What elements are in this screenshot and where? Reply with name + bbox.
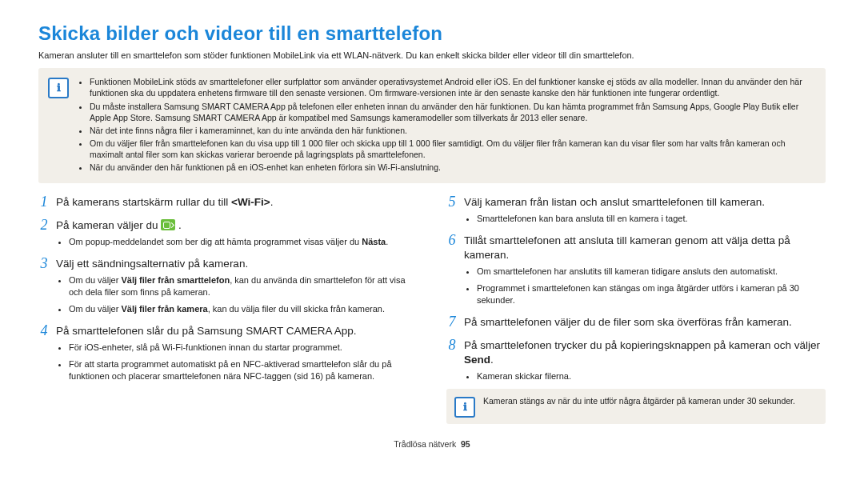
mobilelink-icon <box>161 219 175 230</box>
step-7: 7 På smarttelefonen väljer du de filer s… <box>446 314 826 330</box>
step-number: 7 <box>446 314 458 329</box>
info-icon: ℹ <box>454 397 475 418</box>
step-title: På kameran väljer du . <box>56 218 182 233</box>
step-number: 1 <box>38 194 50 209</box>
step-sub: Kameran skickar filerna. <box>477 370 826 382</box>
footer: Trådlösa nätverk 95 <box>38 438 826 450</box>
step-number: 5 <box>446 194 458 209</box>
step-2: 2 På kameran väljer du . Om popup-meddel… <box>38 218 418 248</box>
left-column: 1 På kamerans startskärm rullar du till … <box>38 194 418 433</box>
notice-box: ℹ Funktionen MobileLink stöds av smartte… <box>38 68 826 182</box>
step-sub: Om popup-meddelandet som ber dig att häm… <box>69 236 418 248</box>
step-number: 6 <box>446 233 458 247</box>
step-sub: Smarttelefonen kan bara ansluta till en … <box>477 213 826 225</box>
step-8: 8 På smarttelefonen trycker du på kopier… <box>446 338 826 424</box>
intro-text: Kameran ansluter till en smarttelefon so… <box>38 50 826 62</box>
step-sub: Programmet i smarttelefonen kan stängas … <box>477 282 826 306</box>
step-title: På smarttelefonen trycker du på kopierin… <box>464 338 826 367</box>
step-3: 3 Välj ett sändningsalternativ på kamera… <box>38 256 418 315</box>
notice-item: Funktionen MobileLink stöds av smarttele… <box>90 76 816 98</box>
step-1: 1 På kamerans startskärm rullar du till … <box>38 194 418 210</box>
step-title: På smarttelefonen slår du på Samsung SMA… <box>56 323 356 338</box>
step-6: 6 Tillåt smarttelefonen att ansluta till… <box>446 233 826 306</box>
step-sub: Om smarttelefonen har anslutits till kam… <box>477 266 826 278</box>
step-number: 4 <box>38 323 50 338</box>
step-sub: För iOS-enheter, slå på Wi-Fi-funktionen… <box>69 342 418 354</box>
step-number: 3 <box>38 256 50 270</box>
info-icon: ℹ <box>48 78 69 98</box>
small-note-text: Kameran stängs av när du inte utför någr… <box>483 395 795 418</box>
step-number: 8 <box>446 338 458 352</box>
step-sub: För att starta programmet automatiskt på… <box>69 358 418 382</box>
step-sub: Om du väljer Välj filer från kamera, kan… <box>69 303 418 315</box>
step-number: 2 <box>38 218 50 232</box>
step-title: På kamerans startskärm rullar du till <W… <box>56 194 273 210</box>
notice-item: När det inte finns några filer i kameram… <box>90 125 816 136</box>
step-title: Tillåt smarttelefonen att ansluta till k… <box>464 233 826 262</box>
step-title: Välj kameran från listan och anslut smar… <box>464 194 765 210</box>
step-sub: Om du väljer Välj filer från smarttelefo… <box>69 274 418 298</box>
step-title: På smarttelefonen väljer du de filer som… <box>464 314 792 330</box>
step-5: 5 Välj kameran från listan och anslut sm… <box>446 194 826 225</box>
notice-item: När du använder den här funktionen på en… <box>90 162 816 173</box>
right-column: 5 Välj kameran från listan och anslut sm… <box>446 194 826 433</box>
step-title: Välj ett sändningsalternativ på kameran. <box>56 256 248 271</box>
small-note-box: ℹ Kameran stängs av när du inte utför nå… <box>446 389 826 424</box>
notice-item: Om du väljer filer från smarttelefonen k… <box>90 138 816 160</box>
notice-item: Du måste installera Samsung SMART CAMERA… <box>90 101 816 123</box>
page-title: Skicka bilder och videor till en smartte… <box>38 21 826 46</box>
step-4: 4 På smarttelefonen slår du på Samsung S… <box>38 323 418 382</box>
notice-list: Funktionen MobileLink stöds av smarttele… <box>77 76 816 174</box>
